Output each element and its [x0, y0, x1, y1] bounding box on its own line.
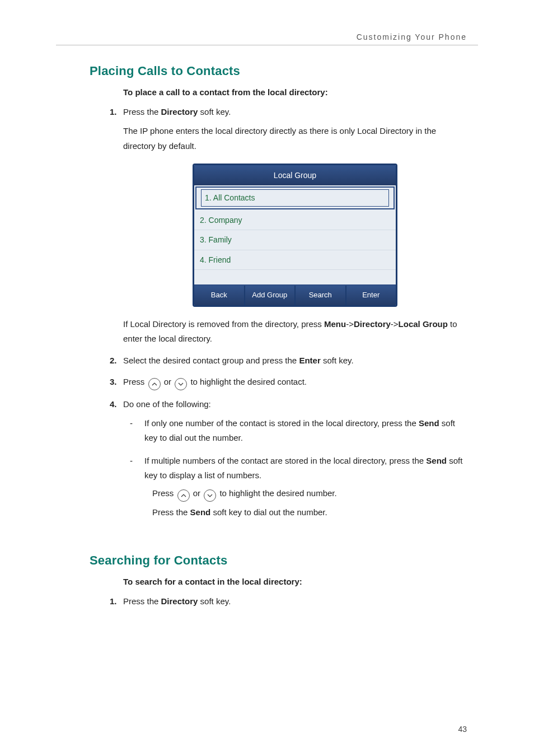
step2-post: soft key. — [321, 356, 354, 365]
step3-post: to highlight the desired contact. — [190, 377, 307, 386]
step1b-lg1: Local — [399, 319, 420, 329]
step-4: 4. Do one of the following: - If only on… — [110, 397, 467, 520]
step1b-dir: Directory — [354, 319, 391, 329]
step4-bullet2: - If multiple numbers of the contact are… — [130, 454, 467, 520]
softkey-back: Back — [194, 286, 245, 305]
phone-screenshot: Local Group 1. All Contacts 2. Company 3… — [193, 164, 397, 307]
b2-key: Send — [426, 456, 447, 465]
nav-up-icon — [148, 378, 161, 390]
step1b-para: If Local Directory is removed from the d… — [123, 317, 467, 347]
step1b-arrow2: -> — [391, 319, 399, 329]
step-num: 1. — [110, 594, 117, 609]
step-2: 2. Select the desired contact group and … — [110, 353, 467, 368]
section1-steps: 1. Press the Directory soft key. The IP … — [110, 105, 467, 520]
page-number: 43 — [458, 725, 467, 734]
b2-l2post: to highlight the desired number. — [219, 488, 336, 498]
section2-step-1: 1. Press the Directory soft key. — [110, 594, 467, 609]
section-heading-placing-calls: Placing Calls to Contacts — [90, 64, 467, 78]
step1-para: The IP phone enters the local directory … — [123, 124, 467, 153]
step2-pre: Select the desired contact group and pre… — [123, 356, 299, 365]
phone-row: 4. Friend — [194, 250, 396, 270]
phone-blank-row — [194, 270, 396, 284]
running-head: Customizing Your Phone — [357, 32, 467, 41]
step3-mid: or — [164, 377, 174, 386]
b2-line3: Press the Send soft key to dial out the … — [152, 505, 467, 520]
step1-pre: Press the — [123, 107, 161, 116]
b2-line2: Press or to highlight the desired number… — [152, 486, 467, 502]
step4-sublist: - If only one number of the contact is s… — [130, 416, 467, 520]
head-rule — [56, 45, 478, 45]
b1-key: Send — [419, 418, 439, 428]
step4-text: Do one of the following: — [123, 399, 211, 409]
section2-subhead: To search for a contact in the local dir… — [123, 577, 467, 586]
b2-pre: If multiple numbers of the contact are s… — [144, 456, 426, 465]
nav-up-icon — [177, 489, 190, 502]
phone-row: 2. Company — [194, 211, 396, 231]
step1b-arrow1: -> — [346, 319, 354, 329]
step1-key: Directory — [161, 107, 198, 116]
step-1: 1. Press the Directory soft key. The IP … — [110, 105, 467, 347]
softkey-add-group: Add Group — [245, 286, 296, 305]
phone-row-selected: 1. All Contacts — [195, 186, 395, 209]
phone-title: Local Group — [194, 165, 396, 186]
b1-pre: If only one number of the contact is sto… — [144, 418, 419, 428]
dash-icon: - — [130, 454, 133, 468]
nav-down-icon — [175, 378, 187, 390]
page: Customizing Your Phone Placing Calls to … — [0, 0, 534, 756]
step1b-menu: Menu — [324, 319, 346, 329]
dash-icon: - — [130, 416, 133, 431]
nav-down-icon — [204, 489, 216, 502]
step2-key: Enter — [299, 356, 320, 365]
b2-l3pre: Press the — [152, 507, 190, 517]
phone-row-label: 1. All Contacts — [201, 189, 389, 207]
softkey-enter: Enter — [346, 286, 396, 305]
step1-post: soft key. — [198, 107, 231, 116]
section2-steps: 1. Press the Directory soft key. — [110, 594, 467, 609]
s2-step1-pre: Press the — [123, 596, 161, 606]
s2-step1-key: Directory — [161, 596, 198, 606]
step-num: 1. — [110, 105, 117, 119]
step-num: 4. — [110, 397, 117, 412]
step-num: 3. — [110, 375, 117, 389]
step3-pre: Press — [123, 377, 147, 386]
step-3: 3. Press or to highlight the desired con… — [110, 375, 467, 390]
softkey-search: Search — [296, 286, 346, 305]
b2-l3post: soft key to dial out the number. — [210, 507, 327, 517]
b2-l2pre: Press — [152, 488, 176, 498]
s2-step1-post: soft key. — [198, 596, 231, 606]
phone-list: 1. All Contacts 2. Company 3. Family 4. … — [194, 186, 396, 284]
section-heading-searching-contacts: Searching for Contacts — [90, 553, 467, 568]
section1-subhead: To place a call to a contact from the lo… — [123, 87, 467, 97]
step1b-lg2: Group — [423, 319, 448, 329]
section2-body: To search for a contact in the local dir… — [123, 577, 467, 609]
section1-body: To place a call to a contact from the lo… — [123, 87, 467, 520]
b2-l3key: Send — [190, 507, 211, 517]
phone-row: 3. Family — [194, 230, 396, 250]
step-num: 2. — [110, 353, 117, 368]
phone-softkeys: Back Add Group Search Enter — [194, 284, 396, 305]
step1b-pre: If Local Directory is removed from the d… — [123, 319, 324, 329]
step4-bullet1: - If only one number of the contact is s… — [130, 416, 467, 446]
b2-l2mid: or — [193, 488, 203, 498]
